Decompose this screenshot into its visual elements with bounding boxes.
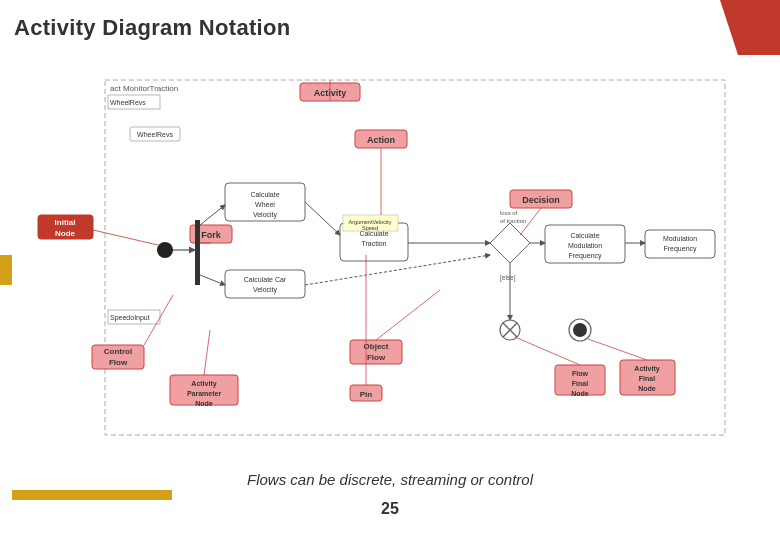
svg-text:Velocity: Velocity (253, 211, 278, 219)
svg-text:Node: Node (571, 390, 589, 397)
svg-text:loss of: loss of (500, 210, 518, 216)
svg-text:Object: Object (364, 342, 389, 351)
svg-text:Initial: Initial (55, 218, 76, 227)
svg-text:Decision: Decision (522, 195, 560, 205)
svg-text:Node: Node (195, 400, 213, 407)
svg-text:Modulation: Modulation (663, 235, 697, 242)
svg-line-88 (515, 337, 580, 365)
svg-point-37 (157, 242, 173, 258)
header: Activity Diagram Notation (0, 0, 780, 55)
svg-text:Traction: Traction (361, 240, 386, 247)
svg-text:Final: Final (639, 375, 655, 382)
bottom-caption: Flows can be discrete, streaming or cont… (0, 471, 780, 488)
svg-line-71 (200, 205, 225, 225)
svg-text:Flow: Flow (572, 370, 588, 377)
svg-rect-49 (225, 270, 305, 298)
svg-text:Wheel: Wheel (255, 201, 275, 208)
svg-rect-38 (195, 220, 200, 285)
svg-text:Parameter: Parameter (187, 390, 222, 397)
svg-text:SpeedoInput: SpeedoInput (110, 314, 150, 322)
svg-line-73 (305, 202, 340, 235)
svg-text:Pin: Pin (360, 390, 373, 399)
svg-text:Speed: Speed (362, 225, 378, 231)
page-number: 25 (0, 500, 780, 518)
svg-text:Final: Final (572, 380, 588, 387)
svg-text:WheelRevs: WheelRevs (110, 99, 146, 106)
svg-text:Action: Action (367, 135, 395, 145)
svg-text:act MonitorTraction: act MonitorTraction (110, 84, 178, 93)
svg-marker-52 (490, 223, 530, 263)
svg-text:of traction: of traction (500, 218, 526, 224)
svg-text:Calculate: Calculate (250, 191, 279, 198)
svg-text:[else]: [else] (500, 274, 516, 282)
svg-text:Frequency: Frequency (568, 252, 602, 260)
svg-text:Calculate Car: Calculate Car (244, 276, 287, 283)
svg-line-79 (93, 230, 158, 245)
svg-text:Activity: Activity (634, 365, 659, 373)
svg-text:Node: Node (638, 385, 656, 392)
svg-text:Flow: Flow (109, 358, 128, 367)
svg-text:WheelRevs: WheelRevs (137, 131, 173, 138)
svg-text:Control: Control (104, 347, 132, 356)
svg-line-86 (204, 330, 210, 375)
page-title: Activity Diagram Notation (14, 15, 290, 41)
svg-line-72 (200, 275, 225, 285)
diagram-container: act MonitorTraction WheelRevs SpeedoInpu… (10, 60, 770, 480)
svg-line-89 (588, 339, 647, 360)
svg-text:Activity: Activity (191, 380, 216, 388)
svg-text:Velocity: Velocity (253, 286, 278, 294)
svg-text:Flow: Flow (367, 353, 386, 362)
gold-bar-bottom (12, 490, 172, 500)
svg-line-85 (376, 290, 440, 340)
svg-text:Modulation: Modulation (568, 242, 602, 249)
svg-text:Fork: Fork (201, 230, 221, 240)
activity-diagram: act MonitorTraction WheelRevs SpeedoInpu… (10, 60, 770, 480)
svg-text:Calculate: Calculate (570, 232, 599, 239)
svg-point-67 (573, 323, 587, 337)
svg-text:Frequency: Frequency (663, 245, 697, 253)
svg-text:Node: Node (55, 229, 76, 238)
